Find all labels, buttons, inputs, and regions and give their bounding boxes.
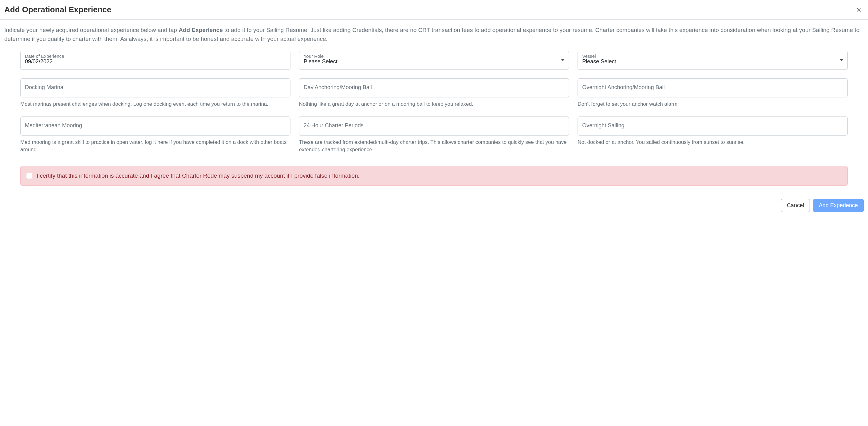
vessel-label: Vessel <box>582 54 596 59</box>
field-charter-periods: These are tracked from extended/multi-da… <box>299 117 569 153</box>
date-input[interactable]: Date of Experience 09/02/2022 <box>20 51 290 70</box>
modal-title: Add Operational Experience <box>4 5 111 14</box>
field-med-mooring: Med mooring is a great skill to practice… <box>20 117 290 153</box>
intro-text: Indicate your newly acquired operational… <box>4 26 864 43</box>
role-value: Please Select <box>304 58 558 65</box>
day-anchor-helper: Nothing like a great day at anchor or on… <box>299 100 569 108</box>
add-experience-button[interactable]: Add Experience <box>813 199 864 212</box>
date-label: Date of Experience <box>25 54 64 59</box>
form-grid: Date of Experience 09/02/2022 Your Role … <box>4 51 864 153</box>
overnight-sailing-helper: Not docked or at anchor. You sailed cont… <box>578 139 848 146</box>
modal-body: Indicate your newly acquired operational… <box>0 20 868 193</box>
field-role: Your Role Please Select <box>299 51 569 70</box>
close-button[interactable] <box>855 5 863 14</box>
charter-periods-input-wrap <box>299 117 569 135</box>
certify-box: I certify that this information is accur… <box>20 166 848 186</box>
med-mooring-input[interactable] <box>25 122 286 129</box>
role-select[interactable]: Your Role Please Select <box>299 51 569 70</box>
cancel-button[interactable]: Cancel <box>781 199 810 212</box>
modal-header: Add Operational Experience <box>0 0 868 20</box>
charter-periods-input[interactable] <box>304 122 565 129</box>
certify-checkbox[interactable] <box>26 173 32 179</box>
field-overnight-anchor: Don't forget to set your anchor watch al… <box>578 79 848 108</box>
overnight-sailing-input[interactable] <box>582 122 843 129</box>
field-docking: Most marinas present challenges when doc… <box>20 79 290 108</box>
day-anchor-input[interactable] <box>304 84 565 91</box>
date-value: 09/02/2022 <box>25 58 286 65</box>
overnight-sailing-input-wrap <box>578 117 848 135</box>
field-date: Date of Experience 09/02/2022 <box>20 51 290 70</box>
med-mooring-input-wrap <box>20 117 290 135</box>
role-label: Your Role <box>304 54 324 59</box>
close-icon <box>856 7 862 13</box>
field-overnight-sailing: Not docked or at anchor. You sailed cont… <box>578 117 848 153</box>
docking-helper: Most marinas present challenges when doc… <box>20 100 290 108</box>
charter-periods-helper: These are tracked from extended/multi-da… <box>299 139 569 153</box>
vessel-select[interactable]: Vessel Please Select <box>578 51 848 70</box>
day-anchor-input-wrap <box>299 79 569 97</box>
overnight-anchor-helper: Don't forget to set your anchor watch al… <box>578 100 848 108</box>
field-day-anchor: Nothing like a great day at anchor or on… <box>299 79 569 108</box>
intro-part1: Indicate your newly acquired operational… <box>4 27 179 33</box>
docking-input-wrap <box>20 79 290 97</box>
modal-footer: Cancel Add Experience <box>0 193 868 218</box>
med-mooring-helper: Med mooring is a great skill to practice… <box>20 139 290 153</box>
overnight-anchor-input[interactable] <box>582 84 843 91</box>
docking-input[interactable] <box>25 84 286 91</box>
overnight-anchor-input-wrap <box>578 79 848 97</box>
certify-text: I certify that this information is accur… <box>37 173 360 179</box>
intro-bold: Add Experience <box>179 27 223 33</box>
field-vessel: Vessel Please Select <box>578 51 848 70</box>
vessel-value: Please Select <box>582 58 836 65</box>
